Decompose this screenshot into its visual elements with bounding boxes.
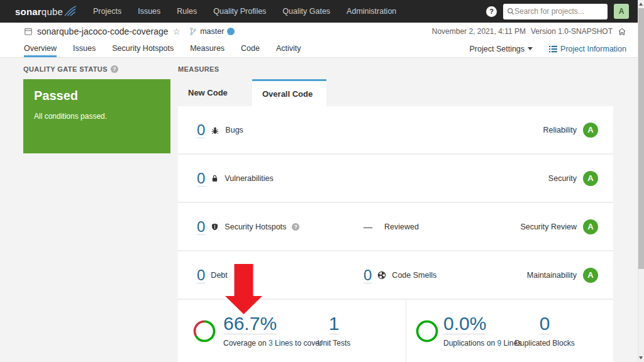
user-avatar[interactable]: A xyxy=(614,4,629,19)
quality-gate-heading-label: QUALITY GATE STATUS xyxy=(23,65,108,73)
security-hotspots-help-icon[interactable]: ? xyxy=(292,223,299,231)
debt-metric: 0 Debt xyxy=(197,266,228,283)
analysis-meta: November 2, 2021, 4:11 PM Version 1.0-SN… xyxy=(432,27,626,36)
debt-value[interactable]: 0 xyxy=(197,266,205,283)
coverage-percent[interactable]: 66.7% xyxy=(223,314,277,334)
logo-text-bold: sonar xyxy=(15,6,42,17)
sonarqube-logo[interactable]: sonar qube xyxy=(15,6,77,17)
code-smells-label: Code Smells xyxy=(392,271,436,280)
duplications-percent[interactable]: 0.0% xyxy=(443,314,486,334)
shield-icon xyxy=(211,222,219,231)
measure-row-maintainability: 0 Debt 0 xyxy=(178,251,613,300)
branch-status-icon[interactable] xyxy=(227,28,235,35)
security-review-rating-badge[interactable]: A xyxy=(583,219,598,234)
security-hotspots-metric: 0 Security Hotspots ? xyxy=(197,218,299,234)
security-domain: Security A xyxy=(548,171,598,186)
unit-tests-group: 1 Unit Tests xyxy=(315,314,353,348)
project-icon xyxy=(24,27,33,36)
logo-text-light: qube xyxy=(42,6,63,17)
vulnerabilities-count[interactable]: 0 xyxy=(197,170,205,186)
coverage-lines-link[interactable]: 3 xyxy=(269,339,273,348)
project-version: Version 1.0-SNAPSHOT xyxy=(531,27,613,36)
reliability-label: Reliability xyxy=(543,126,577,134)
measures-card: 0 Bugs Reliability A xyxy=(178,106,613,362)
tabs-right-group: Project Settings Project Information xyxy=(470,40,626,57)
measures-tab-new-code[interactable]: New Code xyxy=(178,79,252,106)
coverage-donut xyxy=(192,319,217,344)
coverage-detail-prefix: Coverage on xyxy=(223,339,267,348)
quality-gate-status: Passed xyxy=(34,89,160,103)
measure-row-vulnerabilities: 0 Vulnerabilities Security A xyxy=(178,155,613,203)
nav-item-rules[interactable]: Rules xyxy=(177,7,197,16)
list-icon xyxy=(549,45,557,53)
home-icon[interactable] xyxy=(618,27,626,36)
quality-gate-subtitle: All conditions passed. xyxy=(34,112,160,121)
measure-row-security-hotspots: 0 Security Hotspots ? — Reviewed xyxy=(178,203,613,251)
measures-panel: MEASURES New Code Overall Code 0 xyxy=(178,65,613,362)
maintainability-rating-badge[interactable]: A xyxy=(583,268,598,283)
unit-tests-label: Unit Tests xyxy=(315,339,353,348)
scrollbar-thumb[interactable] xyxy=(638,8,644,269)
page-scrollbar[interactable] xyxy=(638,0,644,362)
quality-gate-panel: QUALITY GATE STATUS ? Passed All conditi… xyxy=(23,65,170,153)
project-tabs: Overview Issues Security Hotspots Measur… xyxy=(24,40,301,57)
vertical-divider xyxy=(406,300,406,362)
measures-heading-label: MEASURES xyxy=(178,65,219,73)
coverage-group: 66.7% Coverage on 3 Lines to cover xyxy=(223,314,322,348)
reliability-rating-badge[interactable]: A xyxy=(583,123,598,138)
vulnerabilities-label: Vulnerabilities xyxy=(225,174,273,183)
tab-measures[interactable]: Measures xyxy=(190,40,225,57)
nav-item-quality-gates[interactable]: Quality Gates xyxy=(282,7,330,16)
topnav-right-group: ? A xyxy=(486,4,629,19)
duplications-detail-prefix: Duplications on xyxy=(443,339,495,348)
unit-tests-count[interactable]: 1 xyxy=(329,314,340,334)
branch-selector[interactable]: master xyxy=(189,27,235,36)
security-rating-badge[interactable]: A xyxy=(583,171,598,186)
duplicated-blocks-count[interactable]: 0 xyxy=(540,314,550,334)
measures-tabs: New Code Overall Code xyxy=(178,79,613,106)
favorite-star-icon[interactable]: ☆ xyxy=(173,26,181,36)
nav-item-projects[interactable]: Projects xyxy=(93,7,121,16)
nav-item-quality-profiles[interactable]: Quality Profiles xyxy=(213,7,266,16)
nav-item-administration[interactable]: Administration xyxy=(347,7,396,16)
project-title[interactable]: sonarqube-jacoco-code-coverage xyxy=(37,26,169,36)
global-search[interactable] xyxy=(503,4,608,19)
security-review-label: Security Review xyxy=(520,222,577,231)
measures-heading: MEASURES xyxy=(178,65,613,73)
tab-issues[interactable]: Issues xyxy=(73,40,96,57)
reliability-domain: Reliability A xyxy=(543,123,599,138)
scrollbar-up-arrow-icon[interactable] xyxy=(639,3,643,6)
project-tabs-row: Overview Issues Security Hotspots Measur… xyxy=(0,40,638,58)
quality-gate-help-icon[interactable]: ? xyxy=(111,65,118,73)
search-input[interactable] xyxy=(514,7,604,16)
tab-security-hotspots[interactable]: Security Hotspots xyxy=(112,40,174,57)
search-icon xyxy=(507,8,514,15)
help-icon[interactable]: ? xyxy=(486,6,497,17)
project-settings-dropdown[interactable]: Project Settings xyxy=(470,45,533,53)
nav-item-issues[interactable]: Issues xyxy=(138,7,160,16)
reviewed-value: — xyxy=(364,222,372,232)
security-review-domain: Security Review A xyxy=(520,219,598,234)
security-label: Security xyxy=(548,174,577,183)
bug-icon xyxy=(211,126,219,134)
measures-tab-overall-code[interactable]: Overall Code xyxy=(252,79,326,106)
reviewed-metric: — Reviewed xyxy=(364,222,419,232)
project-settings-label: Project Settings xyxy=(470,45,525,53)
tab-overview[interactable]: Overview xyxy=(24,40,57,57)
code-smells-count[interactable]: 0 xyxy=(364,266,372,283)
security-hotspots-count[interactable]: 0 xyxy=(197,218,205,234)
tab-code[interactable]: Code xyxy=(241,40,260,57)
project-information-button[interactable]: Project Information xyxy=(549,45,626,53)
quality-gate-heading: QUALITY GATE STATUS ? xyxy=(23,65,170,73)
tab-activity[interactable]: Activity xyxy=(276,40,301,57)
project-breadcrumb-row: sonarqube-jacoco-code-coverage ☆ master … xyxy=(0,23,638,40)
measure-row-bugs: 0 Bugs Reliability A xyxy=(178,106,613,155)
scrollbar-down-arrow-icon[interactable] xyxy=(639,356,643,359)
branch-name: master xyxy=(200,27,224,36)
duplications-lines-link[interactable]: 9 xyxy=(497,339,501,348)
overview-content: QUALITY GATE STATUS ? Passed All conditi… xyxy=(0,58,638,362)
chevron-down-icon xyxy=(528,47,533,50)
vulnerabilities-metric: 0 Vulnerabilities xyxy=(197,170,274,186)
bugs-metric: 0 Bugs xyxy=(197,121,243,138)
bugs-count[interactable]: 0 xyxy=(197,121,205,138)
